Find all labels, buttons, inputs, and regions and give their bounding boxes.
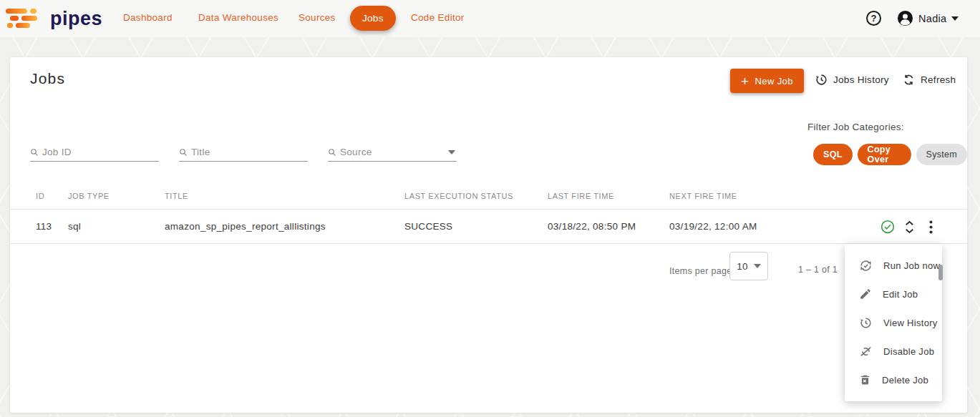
items-per-page-select[interactable]: 10	[729, 252, 768, 280]
user-name: Nadia	[918, 13, 946, 24]
menu-item-delete-job[interactable]: Delete Job	[845, 366, 942, 394]
filter-categories-label: Filter Job Categories:	[807, 122, 904, 132]
nav-item-data-warehouses[interactable]: Data Warehouses	[198, 12, 278, 23]
menu-item-label: Disable Job	[883, 346, 934, 357]
history-clock-icon	[815, 73, 828, 87]
cell-job-type: sql	[68, 221, 81, 232]
col-header-title: TITLE	[165, 192, 188, 200]
chip-sql[interactable]: SQL	[813, 144, 853, 165]
jobs-history-label: Jobs History	[833, 74, 889, 85]
title-filter-field[interactable]	[179, 143, 308, 162]
menu-item-label: View History	[883, 318, 938, 328]
jobs-panel: Jobs + New Job Jobs History Refresh	[10, 57, 967, 413]
search-icon	[179, 148, 188, 157]
enabled-check-icon[interactable]	[880, 220, 895, 234]
jobs-history-button[interactable]: Jobs History	[815, 73, 889, 87]
cell-last-fire-time: 03/18/22, 08:50 PM	[548, 221, 636, 232]
source-filter-field[interactable]	[328, 143, 457, 162]
col-header-last-fire-time: LAST FIRE TIME	[548, 192, 614, 200]
nav-item-code-editor[interactable]: Code Editor	[411, 12, 465, 23]
items-per-page-label: Items per page:	[669, 266, 734, 276]
scrollbar-thumb[interactable]	[938, 265, 943, 280]
menu-item-label: Edit Job	[883, 289, 918, 300]
nav-item-dashboard[interactable]: Dashboard	[123, 12, 173, 23]
job-id-input[interactable]	[42, 147, 159, 157]
pagination-range: 1 – 1 of 1	[798, 265, 838, 275]
search-icon	[328, 148, 336, 157]
refresh-icon	[902, 73, 916, 87]
history-clock-icon	[859, 316, 873, 330]
pipes-logo-icon	[6, 6, 43, 31]
run-job-icon	[859, 259, 873, 273]
menu-item-view-history[interactable]: View History	[845, 308, 942, 337]
items-per-page-value: 10	[737, 261, 748, 272]
brand-name: pipes	[50, 8, 102, 30]
menu-item-label: Run Job now	[883, 260, 940, 271]
col-header-id: ID	[36, 192, 44, 200]
chevron-down-icon	[951, 16, 959, 21]
menu-item-label: Delete Job	[882, 375, 928, 386]
avatar-icon	[897, 10, 913, 26]
chip-copy-over[interactable]: Copy Over	[858, 144, 911, 165]
dropdown-caret-icon	[754, 264, 761, 268]
row-actions-context-menu: Run Job now Edit Job View History	[845, 244, 942, 401]
page-title: Jobs	[30, 70, 65, 87]
refresh-button[interactable]: Refresh	[902, 73, 956, 87]
col-header-next-fire-time: NEXT FIRE TIME	[669, 192, 737, 200]
disable-slash-icon	[859, 345, 873, 358]
menu-item-edit-job[interactable]: Edit Job	[845, 280, 942, 308]
new-job-label: New Job	[755, 76, 793, 87]
cell-next-fire-time: 03/19/22, 12:00 AM	[669, 221, 757, 232]
search-icon	[30, 148, 39, 157]
sort-unfold-icon[interactable]	[904, 220, 918, 235]
menu-item-disable-job[interactable]: Disable Job	[845, 337, 942, 366]
dropdown-caret-icon	[448, 150, 455, 154]
top-navigation-bar: pipes Dashboard Data Warehouses Sources …	[0, 0, 980, 37]
plus-icon: +	[741, 74, 749, 88]
cell-id: 113	[36, 221, 52, 232]
edit-pencil-icon	[859, 288, 872, 300]
user-menu[interactable]: Nadia	[897, 10, 959, 26]
category-chips: SQL Copy Over System	[813, 144, 967, 165]
job-id-filter-field[interactable]	[30, 143, 159, 162]
chip-system[interactable]: System	[916, 144, 967, 165]
col-header-job-type: JOB TYPE	[68, 192, 110, 200]
table-header-row: ID JOB TYPE TITLE LAST EXECUTION STATUS …	[10, 183, 967, 210]
delete-trash-icon	[859, 373, 871, 386]
cell-title: amazon_sp_pipes_report_alllistings	[165, 221, 326, 232]
source-select-input[interactable]	[340, 147, 445, 157]
table-row: 113 sql amazon_sp_pipes_report_alllistin…	[10, 210, 967, 244]
more-vert-icon[interactable]	[929, 220, 943, 235]
help-icon[interactable]: ?	[866, 11, 881, 26]
new-job-button[interactable]: + New Job	[730, 69, 804, 93]
nav-item-jobs-active[interactable]: Jobs	[350, 6, 396, 31]
cell-status: SUCCESS	[404, 221, 452, 232]
menu-item-run-job-now[interactable]: Run Job now	[845, 251, 942, 280]
col-header-last-execution-status: LAST EXECUTION STATUS	[404, 192, 513, 200]
title-input[interactable]	[191, 147, 308, 157]
nav-item-sources[interactable]: Sources	[299, 12, 336, 23]
brand-logo[interactable]: pipes	[6, 6, 102, 31]
refresh-label: Refresh	[921, 74, 956, 85]
